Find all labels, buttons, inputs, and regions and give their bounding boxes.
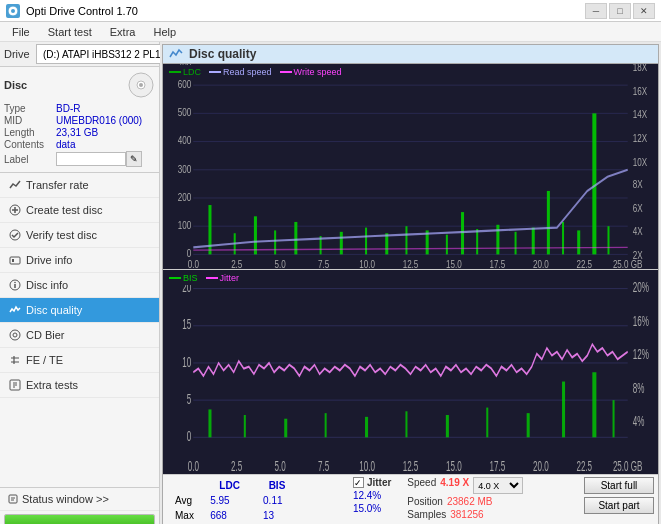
- svg-rect-110: [446, 415, 449, 437]
- type-value: BD-R: [56, 103, 80, 114]
- window-controls: ─ □ ✕: [585, 3, 655, 19]
- status-window-button[interactable]: Status window >>: [0, 488, 159, 511]
- legend-ldc: LDC: [169, 67, 201, 77]
- svg-rect-105: [244, 415, 246, 437]
- disc-contents-row: Contents data: [4, 139, 155, 150]
- nav-fe-te[interactable]: FE / TE: [0, 348, 159, 373]
- svg-text:300: 300: [178, 162, 192, 175]
- svg-rect-18: [9, 495, 17, 503]
- svg-text:5: 5: [187, 390, 192, 407]
- lower-chart-svg: 0 5 10 15 20 20% 16% 12% 8% 4% 0.0 2.5: [163, 270, 658, 475]
- titlebar: Opti Drive Control 1.70 ─ □ ✕: [0, 0, 661, 22]
- svg-point-1: [11, 9, 15, 13]
- type-label: Type: [4, 103, 56, 114]
- nav-verify-test-disc[interactable]: Verify test disc: [0, 223, 159, 248]
- menu-file[interactable]: File: [4, 24, 38, 40]
- svg-text:8%: 8%: [633, 379, 645, 396]
- menu-start-test[interactable]: Start test: [40, 24, 100, 40]
- svg-rect-12: [12, 259, 14, 262]
- jitter-avg-value: 12.4%: [353, 490, 381, 501]
- label-input[interactable]: [56, 152, 126, 166]
- drive-info-icon: [8, 253, 22, 267]
- jitter-header-row: ✓ Jitter: [353, 477, 391, 488]
- svg-text:15.0: 15.0: [446, 457, 462, 474]
- contents-label: Contents: [4, 139, 56, 150]
- progress-bar-fill: [5, 515, 154, 524]
- nav-cd-bier[interactable]: CD Bier: [0, 323, 159, 348]
- menu-help[interactable]: Help: [145, 24, 184, 40]
- svg-rect-72: [547, 191, 550, 254]
- position-label: Position: [407, 496, 443, 507]
- svg-text:12.5: 12.5: [403, 457, 419, 474]
- jitter-avg-row: 12.4%: [353, 490, 391, 501]
- speed-test-selector[interactable]: 4.0 X: [473, 477, 523, 494]
- fe-te-icon: [8, 353, 22, 367]
- status-window-icon: [8, 494, 18, 504]
- svg-rect-107: [325, 413, 327, 437]
- cd-bier-icon: [8, 328, 22, 342]
- max-ldc: 668: [204, 509, 255, 522]
- avg-bis: 0.11: [257, 494, 297, 507]
- legend-jitter: Jitter: [206, 273, 240, 283]
- svg-rect-104: [208, 409, 211, 437]
- svg-rect-55: [208, 205, 211, 254]
- svg-text:7.5: 7.5: [318, 258, 330, 268]
- content-area: Disc quality LDC Read speed: [160, 42, 661, 524]
- ldc-label: LDC: [183, 67, 201, 77]
- maximize-button[interactable]: □: [609, 3, 631, 19]
- avg-ldc: 5.95: [204, 494, 255, 507]
- nav-disc-info[interactable]: Disc info: [0, 273, 159, 298]
- svg-text:0.0: 0.0: [188, 258, 200, 268]
- upper-chart-area: LDC Read speed Write speed: [163, 64, 658, 270]
- legend-write-speed: Write speed: [280, 67, 342, 77]
- jitter-checkbox[interactable]: ✓: [353, 477, 364, 488]
- minimize-button[interactable]: ─: [585, 3, 607, 19]
- close-button[interactable]: ✕: [633, 3, 655, 19]
- svg-rect-114: [592, 372, 596, 437]
- jitter-stats: ✓ Jitter 12.4% 15.0%: [353, 477, 391, 514]
- svg-text:2.5: 2.5: [231, 258, 243, 268]
- jitter-color: [206, 277, 218, 279]
- nav-drive-info[interactable]: Drive info: [0, 248, 159, 273]
- speed-label-stat: Speed: [407, 477, 436, 494]
- svg-text:10.0: 10.0: [359, 457, 375, 474]
- svg-rect-69: [496, 225, 499, 255]
- menu-extra[interactable]: Extra: [102, 24, 144, 40]
- svg-text:14X: 14X: [633, 107, 648, 120]
- disc-icon: [127, 71, 155, 99]
- label-edit-button[interactable]: ✎: [126, 151, 142, 167]
- start-full-button[interactable]: Start full: [584, 477, 654, 494]
- svg-text:25.0 GB: 25.0 GB: [613, 457, 643, 474]
- status-section: Status window >> Test completed 33:23: [0, 487, 159, 524]
- start-part-button[interactable]: Start part: [584, 497, 654, 514]
- disc-header: Disc: [4, 71, 155, 99]
- disc-label-row: Label ✎: [4, 151, 155, 167]
- svg-text:20.0: 20.0: [533, 258, 549, 268]
- svg-text:12%: 12%: [633, 345, 649, 362]
- transfer-rate-icon: [8, 178, 22, 192]
- svg-text:8X: 8X: [633, 178, 643, 191]
- avg-label: Avg: [169, 494, 202, 507]
- svg-text:500: 500: [178, 106, 192, 119]
- max-bis: 13: [257, 509, 297, 522]
- svg-point-8: [139, 83, 143, 87]
- nav-create-test-disc[interactable]: Create test disc: [0, 198, 159, 223]
- bis-header: BIS: [257, 479, 297, 492]
- drive-label: Drive: [4, 48, 32, 60]
- svg-point-14: [14, 282, 16, 284]
- titlebar-left: Opti Drive Control 1.70: [6, 4, 138, 18]
- read-speed-label: Read speed: [223, 67, 272, 77]
- app-icon: [6, 4, 20, 18]
- svg-text:10: 10: [182, 353, 191, 370]
- start-buttons: Start full Start part: [584, 477, 654, 514]
- nav-transfer-rate[interactable]: Transfer rate: [0, 173, 159, 198]
- nav-extra-tests[interactable]: Extra tests: [0, 373, 159, 398]
- max-label: Max: [169, 509, 202, 522]
- svg-text:600: 600: [178, 78, 192, 91]
- nav-disc-quality[interactable]: Disc quality: [0, 298, 159, 323]
- speed-value-stat: 4.19 X: [440, 477, 469, 494]
- disc-quality-icon: [8, 303, 22, 317]
- svg-text:2.5: 2.5: [231, 457, 242, 474]
- label-label: Label: [4, 154, 56, 165]
- avg-row: Avg 5.95 0.11: [169, 494, 339, 507]
